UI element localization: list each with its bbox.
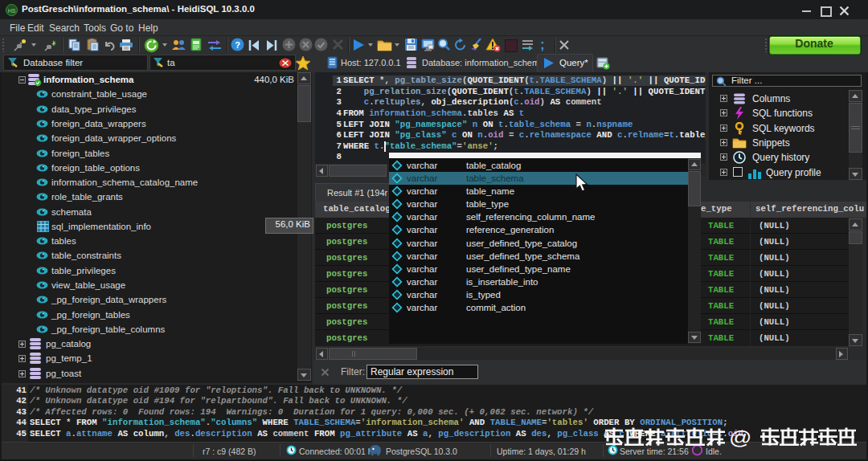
svg-text:HS: HS [8,8,16,14]
svg-text:@: @ [729,426,751,448]
svg-text:?: ? [235,40,240,50]
